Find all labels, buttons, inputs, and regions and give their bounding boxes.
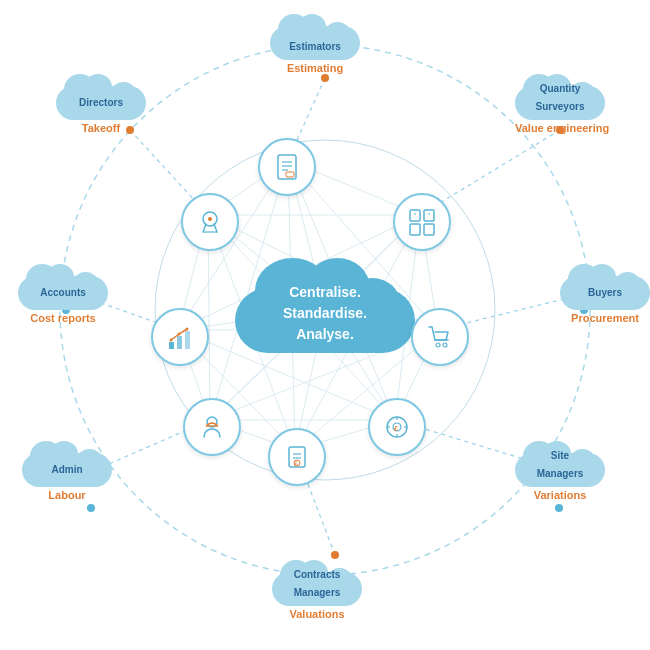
section-takeoff: Takeoff xyxy=(56,122,146,134)
center-cloud: Centralise. Standardise. Analyse. xyxy=(235,248,415,368)
center-cloud-text: Centralise. Standardise. Analyse. xyxy=(235,282,415,345)
icon-labour xyxy=(183,398,241,456)
cloud-estimators-label: Estimators xyxy=(289,41,341,52)
svg-rect-98 xyxy=(177,336,182,349)
icon-cost-reports xyxy=(151,308,209,366)
svg-text:£: £ xyxy=(394,425,398,432)
diagram-canvas: Centralise. Standardise. Analyse. Estima… xyxy=(0,0,650,650)
svg-line-105 xyxy=(214,224,217,232)
section-value-eng: Value engineering xyxy=(515,122,609,134)
svg-point-65 xyxy=(555,504,563,512)
section-valuations: Valuations xyxy=(272,608,362,620)
cloud-buyers-label: Buyers xyxy=(588,287,622,298)
svg-rect-99 xyxy=(185,331,190,349)
svg-rect-70 xyxy=(278,155,296,179)
cloud-accounts: Accounts Cost reports xyxy=(18,258,108,324)
icon-takeoff xyxy=(181,193,239,251)
icon-value-engineering xyxy=(393,193,451,251)
section-estimating: Estimating xyxy=(270,62,360,74)
svg-point-81 xyxy=(436,343,440,347)
svg-line-104 xyxy=(203,224,206,232)
svg-text:£: £ xyxy=(295,460,298,466)
svg-point-102 xyxy=(186,328,189,331)
svg-point-67 xyxy=(87,504,95,512)
cloud-directors-label: Directors xyxy=(79,97,123,108)
svg-rect-97 xyxy=(169,342,174,349)
svg-point-107 xyxy=(208,217,212,221)
cloud-quantity-surveyors: QuantitySurveyors Value engineering xyxy=(515,68,609,134)
section-variations: Variations xyxy=(515,489,605,501)
icon-procurement xyxy=(411,308,469,366)
svg-rect-78 xyxy=(424,224,434,235)
cloud-admin-label: Admin xyxy=(51,464,82,475)
cloud-directors: Directors Takeoff xyxy=(56,68,146,134)
cloud-estimators: Estimators Estimating xyxy=(270,8,360,74)
svg-rect-77 xyxy=(410,224,420,235)
svg-point-54 xyxy=(321,74,329,82)
svg-point-82 xyxy=(443,343,447,347)
svg-point-101 xyxy=(178,333,181,336)
cloud-buyers: Buyers Procurement xyxy=(560,258,650,324)
svg-point-100 xyxy=(170,339,173,342)
section-labour: Labour xyxy=(22,489,112,501)
section-cost-reports: Cost reports xyxy=(18,312,108,324)
icon-valuations: £ xyxy=(268,428,326,486)
cloud-admin: Admin Labour xyxy=(22,435,112,501)
cloud-contracts-label: ContractsManagers xyxy=(294,569,341,598)
svg-rect-75 xyxy=(410,210,420,221)
section-procurement: Procurement xyxy=(560,312,650,324)
cloud-site-managers: SiteManagers Variations xyxy=(515,435,605,501)
cloud-site-label: SiteManagers xyxy=(537,450,584,479)
cloud-qs-label: QuantitySurveyors xyxy=(536,83,585,112)
cloud-accounts-label: Accounts xyxy=(40,287,86,298)
icon-estimating xyxy=(258,138,316,196)
icon-variations: £ xyxy=(368,398,426,456)
svg-rect-76 xyxy=(424,210,434,221)
cloud-contracts-managers: ContractsManagers Valuations xyxy=(272,554,362,620)
